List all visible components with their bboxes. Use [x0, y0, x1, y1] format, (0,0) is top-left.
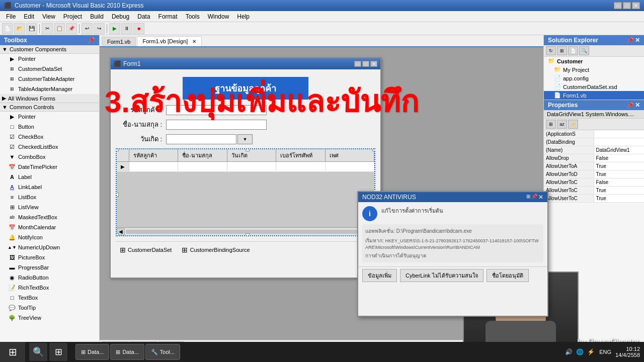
toolbar-stop[interactable]: ■	[133, 23, 144, 34]
menu-window[interactable]: Window	[204, 12, 233, 21]
field-input-3[interactable]	[166, 134, 236, 144]
section-customer-components-header[interactable]: ▼ Customer Components	[0, 45, 99, 54]
form-minimize[interactable]: ─	[354, 61, 361, 67]
prop-btn-alpha[interactable]: az	[557, 120, 567, 129]
tree-item-form1vb[interactable]: 📄 Form1.vb	[544, 91, 644, 100]
close-icon-2[interactable]: ✕	[635, 102, 640, 109]
nod32-btn-cyberlink[interactable]: CyberLink ไม่ได้รับความสนใจ	[400, 269, 484, 282]
minimize-button[interactable]: ─	[614, 2, 622, 9]
close-button[interactable]: ✕	[632, 2, 640, 9]
menu-edit[interactable]: Edit	[20, 12, 38, 21]
tree-item-customerdatasetxsd[interactable]: 📄 CustomerDataSet.xsd	[544, 82, 644, 91]
menu-help[interactable]: Help	[233, 12, 254, 21]
datagrid-col-4[interactable]: เบอร์โทรศัพท์	[276, 149, 325, 161]
tree-item-myproject[interactable]: 📁 My Project	[544, 65, 644, 74]
menu-tools[interactable]: Tools	[182, 12, 204, 21]
toolbox-item-checkbox[interactable]: ☑ CheckBox	[0, 132, 99, 142]
taskbar-app-1[interactable]: ⊞ Data...	[75, 344, 109, 360]
prop-value-5[interactable]: True	[594, 162, 645, 170]
tray-icon-3[interactable]: ⚡	[586, 347, 595, 356]
section-common-controls-header[interactable]: ▼ Common Controls	[0, 103, 99, 112]
prop-value-4[interactable]: False	[594, 154, 645, 162]
pin-icon[interactable]: 📌	[626, 37, 634, 44]
tree-item-root[interactable]: 📁 Customer	[544, 57, 644, 65]
se-btn-3[interactable]: 📄	[568, 46, 578, 55]
toolbox-pin-icon[interactable]: 📌	[88, 37, 95, 44]
language-indicator[interactable]: ENG	[599, 349, 611, 355]
menu-file[interactable]: File	[2, 12, 20, 21]
form-maximize[interactable]: □	[362, 61, 369, 67]
toolbar-redo[interactable]: ↪	[94, 23, 105, 34]
menu-view[interactable]: View	[38, 12, 59, 21]
taskbar-app-3[interactable]: 🔧 Tool...	[145, 344, 180, 360]
toolbox-item-button[interactable]: □ Button	[0, 122, 99, 132]
menu-format[interactable]: Format	[154, 12, 182, 21]
datagrid-col-2[interactable]: ชื่อ-นามสกุล	[178, 149, 227, 161]
toolbox-item-label[interactable]: A Label	[0, 172, 99, 182]
toolbox-item-pointer[interactable]: ▶ Pointer	[0, 112, 99, 122]
toolbar-paste[interactable]: 📌	[66, 23, 77, 34]
nod32-btn-info[interactable]: ข้อมูลเพิ่ม	[362, 269, 397, 282]
datagrid-col-3[interactable]: วันเกิด	[227, 149, 276, 161]
field-input-2[interactable]	[166, 120, 267, 130]
toolbox-item-datetimepicker[interactable]: 📅 DateTimePicker	[0, 162, 99, 172]
tab-form1-design[interactable]: Form1.vb [Design] ✕	[137, 36, 202, 46]
datagrid-row-1[interactable]: ▶	[117, 162, 374, 172]
toolbox-item-progressbar[interactable]: ▬ ProgressBar	[0, 262, 99, 273]
prop-btn-cat[interactable]: ⊞	[546, 120, 556, 129]
toolbox-item-tableadaptermanager[interactable]: ⊞ TableAdapterManager	[0, 84, 99, 94]
toolbox-item-customerdataset[interactable]: ⊞ CustomerDataSet	[0, 64, 99, 74]
toolbar-new[interactable]: 📄	[2, 23, 13, 34]
toolbox-item-numericupdown[interactable]: ▲▼ NumericUpDown	[0, 242, 99, 252]
toolbox-item-combobox[interactable]: ▼ ComboBox	[0, 152, 99, 162]
maximize-button[interactable]: □	[623, 2, 631, 9]
toolbox-item-monthcalendar[interactable]: 📅 MonthCalendar	[0, 222, 99, 232]
menu-build[interactable]: Build	[86, 12, 108, 21]
component-customerdataset[interactable]: ⊞ CustomerDataSet	[120, 246, 172, 254]
datetimepicker-widget[interactable]: ▼	[237, 134, 253, 144]
prop-value-6[interactable]: True	[594, 170, 645, 178]
toolbox-item-textbox[interactable]: □ TextBox	[0, 293, 99, 303]
datagrid-col-1[interactable]: รหัสลูกค้า	[129, 149, 178, 161]
component-customerbindingsource[interactable]: ⊞ CustomerBindingSource	[182, 246, 250, 254]
toolbar-save[interactable]: 💾	[26, 23, 37, 34]
nod32-btn-approve[interactable]: ชื่อโดยอนุมัติ	[487, 269, 529, 282]
prop-btn-event[interactable]: ⚡	[568, 120, 578, 129]
toolbox-item-radiobutton[interactable]: ◉ RadioButton	[0, 273, 99, 283]
toolbar-copy[interactable]: 📋	[54, 23, 65, 34]
tray-icon-2[interactable]: 🌐	[575, 347, 584, 356]
menu-debug[interactable]: Debug	[108, 12, 133, 21]
toolbar-pause[interactable]: ⏸	[121, 23, 132, 34]
datagrid-col-5[interactable]: เพศ	[326, 149, 374, 161]
nod32-toolbar-icon[interactable]: ⊞	[526, 194, 530, 201]
menu-project[interactable]: Project	[59, 12, 86, 21]
toolbar-cut[interactable]: ✂	[42, 23, 53, 34]
toolbox-item-pointer-customer[interactable]: ▶ Pointer	[0, 54, 99, 64]
prop-value-7[interactable]: False	[594, 178, 645, 186]
toolbar-undo[interactable]: ↩	[82, 23, 93, 34]
tree-item-appconfig[interactable]: 📄 app.config	[544, 74, 644, 82]
toolbar-run[interactable]: ▶	[109, 23, 120, 34]
toolbox-item-customertableadapter[interactable]: ⊞ CustomerTableAdapter	[0, 74, 99, 84]
close-icon[interactable]: ✕	[635, 37, 640, 44]
prop-value-1[interactable]	[594, 130, 645, 138]
toolbar-open[interactable]: 📂	[14, 23, 25, 34]
toolbox-item-treeview[interactable]: 🌳 TreeView	[0, 313, 99, 323]
toolbox-item-linklabel[interactable]: A LinkLabel	[0, 182, 99, 192]
prop-value-9[interactable]: True	[594, 195, 645, 202]
pin-icon-2[interactable]: 📌	[626, 102, 634, 109]
tab-close-icon[interactable]: ✕	[192, 39, 196, 44]
prop-value-3[interactable]: DataGridView1	[594, 146, 645, 154]
toolbox-item-checkedlistbox[interactable]: ☑ CheckedListBox	[0, 142, 99, 152]
se-btn-2[interactable]: ⊞	[557, 46, 567, 55]
toolbox-item-tooltip[interactable]: 💬 ToolTip	[0, 303, 99, 313]
form-close[interactable]: ✕	[370, 61, 377, 67]
field-input-1[interactable]	[166, 105, 267, 115]
toolbox-item-notifyicon[interactable]: 🔔 NotifyIcon	[0, 232, 99, 242]
taskbar-view[interactable]: ⊞	[49, 343, 67, 361]
section-all-windows-forms-header[interactable]: ▶ All Windows Forms	[0, 94, 99, 103]
prop-value-2[interactable]	[594, 138, 645, 146]
nod32-pin-icon[interactable]: 📌	[531, 194, 537, 201]
taskbar-app-2[interactable]: ⊞ Data...	[110, 344, 144, 360]
toolbox-item-richtextbox[interactable]: 📝 RichTextBox	[0, 283, 99, 293]
